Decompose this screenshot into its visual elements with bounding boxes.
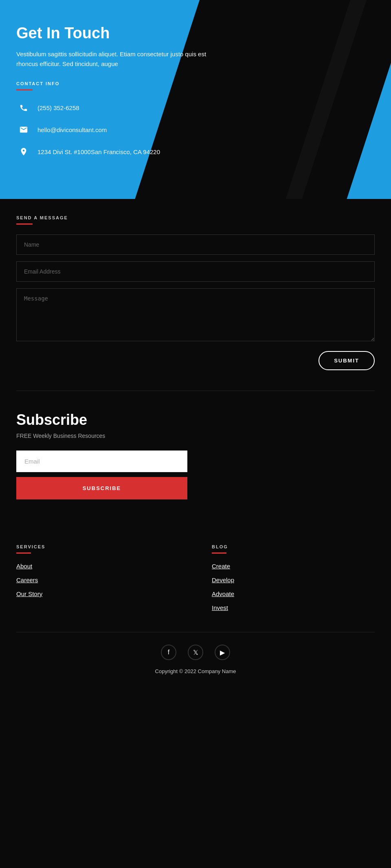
- services-link-careers[interactable]: Careers: [16, 576, 38, 583]
- twitter-icon[interactable]: 𝕏: [188, 645, 203, 660]
- social-row: f 𝕏 ▶: [16, 645, 375, 660]
- list-item: Invest: [212, 604, 375, 612]
- footer-blog-col: BLOG Create Develop Advoate Invest: [212, 544, 375, 612]
- contact-label-underline: [16, 89, 33, 91]
- services-link-about[interactable]: About: [16, 563, 32, 570]
- youtube-icon[interactable]: ▶: [215, 645, 230, 660]
- phone-contact: (255) 352-6258: [16, 100, 220, 115]
- address-text: 1234 Divi St. #1000San Francisco, CA 942…: [37, 148, 160, 155]
- blog-links: Create Develop Advoate Invest: [212, 563, 375, 612]
- phone-number: (255) 352-6258: [37, 104, 79, 111]
- footer-columns: SERVICES About Careers Our Story BLOG Cr…: [16, 544, 375, 612]
- services-link-our-story[interactable]: Our Story: [16, 590, 42, 597]
- blog-link-create[interactable]: Create: [212, 563, 230, 570]
- footer-divider: [16, 632, 375, 632]
- list-item: Our Story: [16, 590, 179, 598]
- list-item: Careers: [16, 576, 179, 584]
- name-input[interactable]: [16, 234, 375, 255]
- services-underline: [16, 552, 31, 554]
- contact-info-label: CONTACT INFO: [16, 81, 220, 86]
- email-address: hello@diviconsultant.com: [37, 126, 107, 133]
- email-icon: [16, 122, 31, 137]
- subscribe-subtitle: FREE Weekly Business Resources: [16, 433, 375, 439]
- list-item: Advoate: [212, 590, 375, 598]
- subscribe-email-input[interactable]: [16, 451, 187, 472]
- subscribe-button[interactable]: SUBSCRIBE: [16, 477, 187, 499]
- email-contact: hello@diviconsultant.com: [16, 122, 220, 137]
- blog-link-advoate[interactable]: Advoate: [212, 590, 234, 597]
- footer-services-col: SERVICES About Careers Our Story: [16, 544, 179, 612]
- blog-link-develop[interactable]: Develop: [212, 576, 234, 583]
- contact-form: SUBMIT: [16, 234, 375, 370]
- submit-button[interactable]: SUBMIT: [319, 351, 375, 370]
- blog-underline: [212, 552, 226, 554]
- phone-icon: [16, 100, 31, 115]
- submit-row: SUBMIT: [16, 351, 375, 370]
- form-section-label: SEND A MESSAGE: [16, 215, 375, 220]
- subscribe-section: Subscribe FREE Weekly Business Resources…: [0, 391, 391, 524]
- list-item: About: [16, 563, 179, 570]
- facebook-icon[interactable]: f: [161, 645, 176, 660]
- message-textarea[interactable]: [16, 288, 375, 341]
- services-links: About Careers Our Story: [16, 563, 179, 598]
- location-icon: [16, 144, 31, 159]
- services-col-title: SERVICES: [16, 544, 179, 549]
- list-item: Create: [212, 563, 375, 570]
- blog-link-invest[interactable]: Invest: [212, 604, 228, 611]
- blog-col-title: BLOG: [212, 544, 375, 549]
- address-contact: 1234 Divi St. #1000San Francisco, CA 942…: [16, 144, 220, 159]
- list-item: Develop: [212, 576, 375, 584]
- subscribe-title: Subscribe: [16, 411, 375, 428]
- footer-section: SERVICES About Careers Our Story BLOG Cr…: [0, 524, 391, 695]
- hero-content: Get In Touch Vestibulum sagittis sollici…: [16, 24, 220, 159]
- hero-title: Get In Touch: [16, 24, 220, 42]
- form-label-underline: [16, 223, 33, 225]
- copyright-text: Copyright © 2022 Company Name: [16, 668, 375, 687]
- hero-section: Get In Touch Vestibulum sagittis sollici…: [0, 0, 391, 199]
- email-input[interactable]: [16, 261, 375, 282]
- form-section: SEND A MESSAGE SUBMIT: [0, 199, 391, 391]
- hero-description: Vestibulum sagittis sollicitudin aliquet…: [16, 49, 220, 69]
